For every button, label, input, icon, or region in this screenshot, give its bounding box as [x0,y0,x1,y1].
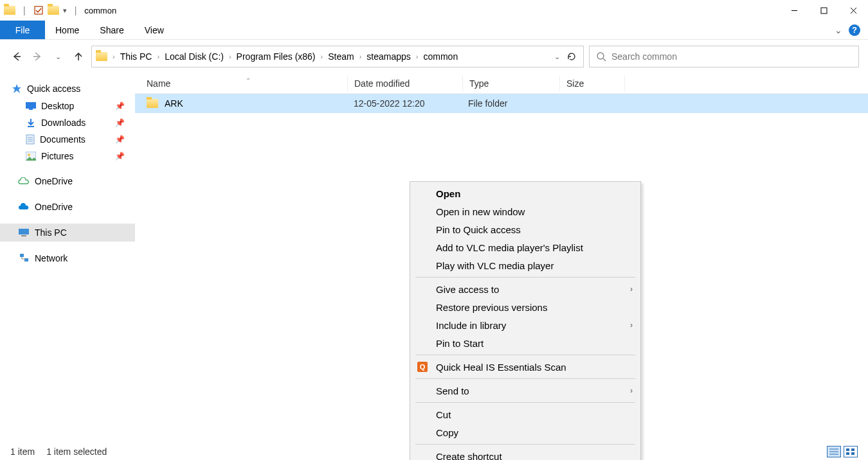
chevron-right-icon[interactable]: › [358,53,363,60]
svg-rect-2 [821,8,827,13]
svg-rect-26 [846,448,849,451]
chevron-right-icon[interactable]: › [111,53,116,60]
breadcrumb-item[interactable]: Program Files (x86) [233,50,320,63]
refresh-icon[interactable] [566,51,577,62]
close-button[interactable] [838,0,868,21]
column-headers: Name⌃ Date modified Type Size [135,73,868,94]
help-icon[interactable]: ? [849,24,860,36]
chevron-right-icon[interactable]: › [415,53,420,60]
breadcrumb-item[interactable]: Steam [324,50,357,63]
pin-icon: 📌 [115,118,125,127]
main-area: Quick access Desktop 📌 Downloads 📌 Docum… [0,73,868,450]
chevron-right-icon[interactable]: › [228,53,233,60]
sidebar-root-onedrive-blue[interactable]: OneDrive [0,198,135,216]
quick-access-header[interactable]: Quick access [0,80,135,98]
maximize-button[interactable] [809,0,838,21]
context-menu-item[interactable]: Open [410,184,640,202]
properties-qat-icon[interactable] [33,5,44,15]
ribbon: File Home Share View ⌄ ? [0,21,868,40]
context-menu-item[interactable]: Pin to Quick access [410,220,640,238]
chevron-right-icon[interactable]: › [156,53,161,60]
search-icon [596,51,606,62]
svg-rect-20 [21,235,26,236]
tab-view[interactable]: View [134,21,174,39]
context-menu-separator [415,355,635,355]
svg-rect-10 [26,102,36,109]
forward-button[interactable] [30,49,45,64]
context-menu-label: Give access to [436,284,499,295]
context-menu-item[interactable]: Include in library› [410,316,640,334]
table-row[interactable]: ARK 12-05-2022 12:20 File folder [135,94,868,113]
tab-home[interactable]: Home [45,21,89,39]
back-button[interactable] [9,49,24,64]
search-box[interactable]: Search common [589,46,859,67]
breadcrumb-item[interactable]: Local Disk (C:) [161,50,228,63]
folder-icon [96,52,107,61]
file-tab[interactable]: File [0,21,45,39]
context-menu-label: Restore previous versions [436,302,547,313]
context-menu-item[interactable]: Give access to› [410,280,640,298]
quick-access-label: Quick access [27,84,80,94]
picture-icon [26,152,36,161]
sidebar-root-onedrive[interactable]: OneDrive [0,172,135,190]
sidebar-item-label: OneDrive [35,202,73,212]
network-icon [18,254,30,263]
context-menu-label: Quick Heal IS Essentials Scan [436,362,566,373]
thumbnails-view-icon[interactable] [844,446,858,457]
qat-separator: | [75,5,77,15]
context-menu-item[interactable]: QQuick Heal IS Essentials Scan [410,358,640,376]
pin-icon: 📌 [115,135,125,144]
svg-rect-28 [846,452,849,455]
context-menu-label: Open [436,188,460,199]
file-list: Name⌃ Date modified Type Size ARK 12-05-… [135,73,868,450]
svg-rect-19 [19,229,29,234]
context-menu: OpenOpen in new windowPin to Quick acces… [410,181,641,460]
sidebar-root-this-pc[interactable]: This PC [0,224,135,242]
context-menu-item[interactable]: Copy [410,423,640,441]
svg-point-7 [597,53,604,59]
column-type[interactable]: Type [463,78,559,89]
sidebar-item-pictures[interactable]: Pictures 📌 [0,148,135,164]
context-menu-item[interactable]: Add to VLC media player's Playlist [410,238,640,256]
sidebar-item-documents[interactable]: Documents 📌 [0,131,135,148]
recent-locations-button[interactable]: ⌄ [50,49,66,64]
breadcrumb-item[interactable]: This PC [116,50,156,63]
column-size[interactable]: Size [560,78,624,89]
context-menu-item[interactable]: Play with VLC media player [410,256,640,274]
context-menu-item[interactable]: Pin to Start [410,334,640,352]
details-view-icon[interactable] [827,446,841,457]
breadcrumb-item[interactable]: steamapps [363,50,414,63]
window-title: common [84,6,116,15]
tab-share[interactable]: Share [89,21,134,39]
column-name[interactable]: Name⌃ [135,78,347,89]
svg-rect-21 [20,254,24,257]
sidebar-item-label: Pictures [41,151,74,161]
chevron-right-icon: › [630,386,633,395]
context-menu-item[interactable]: Send to› [410,382,640,400]
context-menu-separator [415,378,635,379]
context-menu-item[interactable]: Restore previous versions [410,298,640,316]
address-bar[interactable]: › This PC › Local Disk (C:) › Program Fi… [91,46,584,67]
sidebar-item-downloads[interactable]: Downloads 📌 [0,114,135,131]
cell-name: ARK [135,98,347,109]
sidebar-item-desktop[interactable]: Desktop 📌 [0,98,135,114]
nav-row: ⌄ › This PC › Local Disk (C:) › Program … [0,44,868,69]
context-menu-item[interactable]: Cut [410,405,640,423]
ribbon-collapse-icon[interactable]: ⌄ [835,25,842,35]
context-menu-item[interactable]: Open in new window [410,202,640,220]
address-dropdown-icon[interactable]: ⌄ [554,53,560,61]
sort-indicator-icon: ⌃ [246,77,251,84]
cloud-icon [18,203,30,211]
context-menu-separator [415,402,635,403]
column-date[interactable]: Date modified [348,78,462,89]
minimize-button[interactable] [779,0,809,21]
context-menu-separator [415,277,635,278]
qat-dropdown-icon[interactable]: ▾ [63,6,67,15]
pin-icon: 📌 [115,102,125,111]
chevron-right-icon[interactable]: › [320,53,325,60]
sidebar-root-network[interactable]: Network [0,249,135,267]
up-button[interactable] [71,49,86,64]
folder-icon[interactable] [48,6,59,15]
breadcrumb-item[interactable]: common [420,50,462,63]
context-menu-label: Copy [436,427,458,438]
